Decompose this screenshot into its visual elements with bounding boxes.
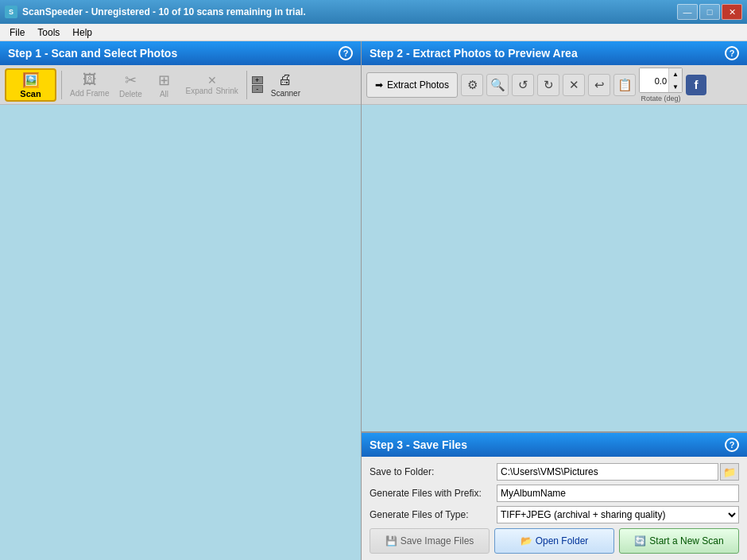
open-folder-icon: 📂 [521,535,532,546]
scan-icon: 🖼️ [22,71,40,89]
all-button[interactable]: ⊞ All [149,68,179,102]
scanner-icon: 🖨 [278,71,292,88]
start-new-scan-button[interactable]: 🔄 Start a New Scan [619,528,739,554]
save-folder-label: Save to Folder: [370,466,497,477]
rotate-ccw-icon: ↺ [518,78,528,92]
extract-photos-button[interactable]: ➡ Extract Photos [366,72,458,98]
titlebar-controls: — □ ✕ [677,4,742,20]
left-panel: Step 1 - Scan and Select Photos ? 🖼️ Sca… [0,41,362,560]
flip-h-button[interactable]: ✕ [563,74,585,96]
expand-label: Expand [185,87,212,95]
prefix-label: Generate Files with Prefix: [370,488,497,499]
minimize-button[interactable]: — [677,4,698,20]
browse-folder-button[interactable]: 📁 [720,463,739,481]
stamp-button[interactable]: 📋 [613,74,636,96]
step1-title: Step 1 - Scan and Select Photos [8,47,177,60]
extract-label: Extract Photos [387,79,449,91]
settings-button[interactable]: ⚙ [461,74,483,96]
scan-button[interactable]: 🖼️ Scan [5,68,56,102]
step3-title: Step 3 - Save Files [370,438,467,451]
step3-header: Step 3 - Save Files ? [362,433,747,457]
step3-body: Save to Folder: 📁 Generate Files with Pr… [362,457,747,560]
menubar: File Tools Help [0,24,747,41]
step1-toolbar: 🖼️ Scan 🖼 Add Frame ✂ Delete ⊞ All [0,65,361,105]
delete-label: Delete [119,90,142,98]
step3-section: Step 3 - Save Files ? Save to Folder: 📁 … [362,431,747,560]
facebook-icon[interactable]: f [686,75,706,95]
maximize-button[interactable]: □ [699,4,720,20]
add-frame-icon: 🖼 [83,71,97,88]
step1-header: Step 1 - Scan and Select Photos ? [0,41,361,65]
zoom-icon: 🔍 [490,78,505,92]
new-scan-label: Start a New Scan [649,535,723,546]
delete-button[interactable]: ✂ Delete [115,68,145,102]
save-folder-row: Save to Folder: 📁 [370,463,739,481]
undo-button[interactable]: ↩ [588,74,610,96]
preview-area [362,105,747,431]
new-scan-icon: 🔄 [634,535,646,546]
extract-arrow-icon: ➡ [375,79,383,91]
step2-help-icon[interactable]: ? [725,46,739,60]
flip-h-icon: ✕ [569,78,579,92]
add-frame-label: Add Frame [70,89,109,98]
rotate-value-row: 0.0 ▲ ▼ [640,68,682,93]
menu-file[interactable]: File [3,25,31,40]
titlebar-title: ScanSpeeder - Unregistered - 10 of 10 sc… [22,6,306,17]
scanner-button[interactable]: 🖨 Scanner [268,68,304,102]
menu-tools[interactable]: Tools [31,25,66,40]
app-icon: S [5,6,17,18]
separator-2 [246,71,247,99]
action-row: 💾 Save Image Files 📂 Open Folder 🔄 Start… [370,528,739,554]
rotate-down-button[interactable]: ▼ [669,81,682,93]
scan-label: Scan [20,89,41,98]
rotate-label: Rotate (deg) [641,95,681,102]
expand-shrink-labels: Expand Shrink [185,87,238,95]
save-image-files-button[interactable]: 💾 Save Image Files [370,528,490,554]
scanner-label: Scanner [271,89,300,98]
separator-1 [61,71,62,99]
rotate-ccw-button[interactable]: ↺ [512,74,534,96]
rotate-up-button[interactable]: ▲ [669,68,682,81]
expand-small-icon[interactable]: + [252,76,263,84]
step3-help-icon[interactable]: ? [725,438,739,452]
shrink-label: Shrink [215,87,238,95]
save-icon: 💾 [385,535,397,546]
close-button[interactable]: ✕ [722,4,742,20]
zoom-button[interactable]: 🔍 [486,74,509,96]
step2-toolbar: ➡ Extract Photos ⚙ 🔍 ↺ ↻ ✕ ↩ 📋 [362,65,747,105]
expand-shrink-button[interactable]: ✕ Expand Shrink [182,68,241,102]
rotate-deg-wrap: 0.0 ▲ ▼ Rotate (deg) [639,68,683,102]
expand-shrink-icons: ✕ [207,74,217,87]
gear-icon: ⚙ [467,78,478,92]
titlebar: S ScanSpeeder - Unregistered - 10 of 10 … [0,0,747,24]
all-icon: ⊞ [158,71,170,89]
file-type-select[interactable]: TIFF+JPEG (archival + sharing quality) J… [497,506,739,523]
step2-title: Step 2 - Extract Photos to Preview Area [370,47,578,60]
folder-icon: 📁 [723,466,736,478]
save-folder-input[interactable] [497,463,718,481]
add-frame-button[interactable]: 🖼 Add Frame [67,68,112,102]
scan-area [0,105,361,560]
open-folder-label: Open Folder [536,535,589,546]
expand-icon: ✕ [207,74,217,87]
delete-icon: ✂ [125,71,137,89]
rotate-cw-icon: ↻ [544,78,554,92]
step1-help-icon[interactable]: ? [339,46,353,60]
prefix-row: Generate Files with Prefix: [370,485,739,502]
open-folder-button[interactable]: 📂 Open Folder [494,528,614,554]
main-container: Step 1 - Scan and Select Photos ? 🖼️ Sca… [0,41,747,560]
rotate-cw-button[interactable]: ↻ [537,74,559,96]
rotate-control: 0.0 ▲ ▼ [639,68,683,93]
rotate-input[interactable]: 0.0 [640,68,668,93]
file-type-row: Generate Files of Type: TIFF+JPEG (archi… [370,506,739,523]
shrink-small-icon[interactable]: - [252,85,263,93]
undo-icon: ↩ [594,78,605,92]
prefix-input[interactable] [497,485,739,502]
save-btn-label: Save Image Files [401,535,474,546]
menu-help[interactable]: Help [66,25,99,40]
expand-shrink-small-icons: + - [252,76,263,93]
right-panel: Step 2 - Extract Photos to Preview Area … [362,41,747,560]
step2-header: Step 2 - Extract Photos to Preview Area … [362,41,747,65]
stamp-icon: 📋 [617,78,633,92]
all-label: All [160,90,168,98]
